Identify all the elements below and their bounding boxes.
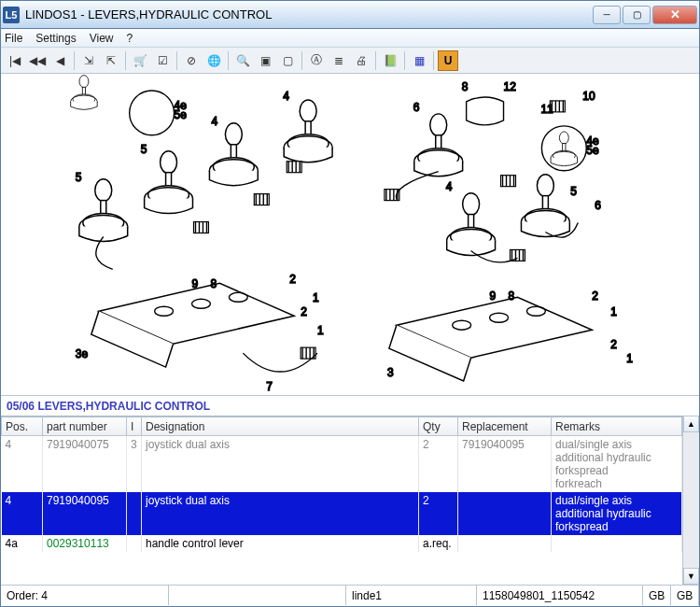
col-designation[interactable]: Designation <box>142 417 419 436</box>
first-icon[interactable]: |◀ <box>5 50 25 71</box>
scroll-up-icon[interactable]: ▲ <box>683 416 699 432</box>
svg-text:1: 1 <box>317 324 324 337</box>
diagram-svg: 4e 5e 4e 5e 5 5 4 4 6 4 5 6 3e 3 8 12 11… <box>1 74 699 395</box>
cell-i: 3 <box>127 436 142 493</box>
cell-pn: 0029310113 <box>43 535 127 552</box>
delete-icon[interactable]: ⊘ <box>181 50 202 71</box>
print-icon[interactable]: 🖨 <box>351 50 371 71</box>
book-icon[interactable]: 📗 <box>380 50 400 71</box>
cell-des: joystick dual axis <box>142 436 419 493</box>
close-button[interactable]: ✕ <box>652 6 697 24</box>
menu-view[interactable]: View <box>90 32 114 45</box>
status-code: 1158049801_1150542 <box>477 586 643 605</box>
section-title: LEVERS,HYDRAULIC CONTROL <box>37 400 210 413</box>
export-icon[interactable]: ⇱ <box>101 50 121 71</box>
svg-text:12: 12 <box>504 80 517 93</box>
parts-table[interactable]: Pos. part number I Designation Qty Repla… <box>1 416 682 585</box>
col-pos[interactable]: Pos. <box>2 417 43 436</box>
globe-icon[interactable]: 🌐 <box>203 50 224 71</box>
cell-pos: 4a <box>2 535 43 552</box>
svg-text:4: 4 <box>446 180 453 193</box>
status-lang1: GB <box>643 586 671 605</box>
svg-text:2: 2 <box>301 305 307 318</box>
table-row[interactable]: 4a0029310113handle control levera.req. <box>2 535 682 552</box>
separator <box>375 51 376 70</box>
toolbar: |◀ ◀◀ ◀ ⇲ ⇱ 🛒 ☑ ⊘ 🌐 🔍 ▣ ▢ Ⓐ ≣ 🖨 📗 ▦ U <box>1 48 699 74</box>
svg-text:5: 5 <box>141 143 147 156</box>
cell-rem <box>552 535 682 552</box>
menu-help[interactable]: ? <box>127 32 133 45</box>
back-icon[interactable]: ◀ <box>49 50 70 71</box>
cell-qty: 2 <box>419 492 458 535</box>
check-icon[interactable]: ☑ <box>152 50 173 71</box>
svg-text:5e: 5e <box>586 144 599 157</box>
flag-icon[interactable]: ▦ <box>409 50 429 71</box>
scrollbar[interactable]: ▲ ▼ <box>682 416 699 585</box>
page-icon[interactable]: ▢ <box>277 50 298 71</box>
separator <box>74 51 75 70</box>
col-qty[interactable]: Qty <box>419 417 458 436</box>
minimize-button[interactable]: ─ <box>593 6 621 24</box>
svg-text:1: 1 <box>626 352 633 365</box>
cart-icon[interactable]: 🛒 <box>130 50 150 71</box>
svg-point-12 <box>130 91 175 135</box>
status-user: linde1 <box>346 586 477 605</box>
svg-text:5: 5 <box>570 185 577 198</box>
cell-des: joystick dual axis <box>142 492 419 535</box>
svg-text:8: 8 <box>509 289 515 303</box>
svg-text:8: 8 <box>462 80 469 93</box>
cell-pos: 4 <box>2 436 43 493</box>
svg-text:1: 1 <box>313 291 319 304</box>
separator <box>176 51 177 70</box>
col-remarks[interactable]: Remarks <box>552 417 682 436</box>
svg-text:5: 5 <box>76 171 82 184</box>
svg-text:2: 2 <box>592 289 598 303</box>
status-lang2: GB <box>671 586 699 605</box>
separator <box>125 51 126 70</box>
menu-settings[interactable]: Settings <box>35 32 76 45</box>
cell-pn: 7919040075 <box>43 436 127 493</box>
list-icon[interactable]: ≣ <box>329 50 349 71</box>
svg-text:9: 9 <box>191 277 198 290</box>
circle-a-icon[interactable]: Ⓐ <box>306 50 327 71</box>
svg-text:4: 4 <box>283 90 289 103</box>
svg-text:4: 4 <box>211 115 217 128</box>
status-blank <box>169 586 346 605</box>
fastback-icon[interactable]: ◀◀ <box>27 50 48 71</box>
cell-rep: 7919040095 <box>458 436 552 493</box>
cell-des: handle control lever <box>142 535 419 552</box>
lower-pane: 05/06 LEVERS,HYDRAULIC CONTROL Pos. part… <box>1 396 699 585</box>
col-part-number[interactable]: part number <box>43 417 127 436</box>
col-replacement[interactable]: Replacement <box>458 417 552 436</box>
table-row[interactable]: 47919040095joystick dual axis2dual/singl… <box>2 492 682 535</box>
status-order: Order: 4 <box>1 586 169 605</box>
scroll-down-icon[interactable]: ▼ <box>683 568 699 585</box>
svg-text:6: 6 <box>413 101 420 114</box>
cell-rem: dual/single axis additional hydraulic fo… <box>552 436 682 493</box>
separator <box>228 51 229 70</box>
separator <box>433 51 434 70</box>
svg-text:10: 10 <box>582 90 595 103</box>
parts-diagram[interactable]: 4e 5e 4e 5e 5 5 4 4 6 4 5 6 3e 3 8 12 11… <box>1 74 699 396</box>
menu-file[interactable]: File <box>5 32 22 45</box>
svg-text:9: 9 <box>490 289 497 303</box>
table-row[interactable]: 479190400753joystick dual axis2791904009… <box>2 436 682 493</box>
svg-text:1: 1 <box>610 305 617 318</box>
select-icon[interactable]: ▣ <box>255 50 275 71</box>
cell-rep <box>458 535 552 552</box>
svg-text:2: 2 <box>289 273 296 286</box>
import-icon[interactable]: ⇲ <box>78 50 99 71</box>
cell-rep <box>458 492 552 535</box>
window-title: LINDOS1 - LEVERS,HYDRAULIC CONTROL <box>25 7 593 21</box>
maximize-button[interactable]: ▢ <box>623 6 651 24</box>
scroll-track[interactable] <box>683 432 699 568</box>
page-indicator: 05/06 <box>7 400 35 413</box>
zoom-icon[interactable]: 🔍 <box>232 50 253 71</box>
u-icon[interactable]: U <box>438 50 458 71</box>
cell-qty: 2 <box>419 436 458 493</box>
svg-text:5e: 5e <box>175 108 188 121</box>
cell-qty: a.req. <box>419 535 458 552</box>
col-i[interactable]: I <box>127 417 142 436</box>
app-icon: L5 <box>3 7 20 23</box>
separator <box>301 51 302 70</box>
